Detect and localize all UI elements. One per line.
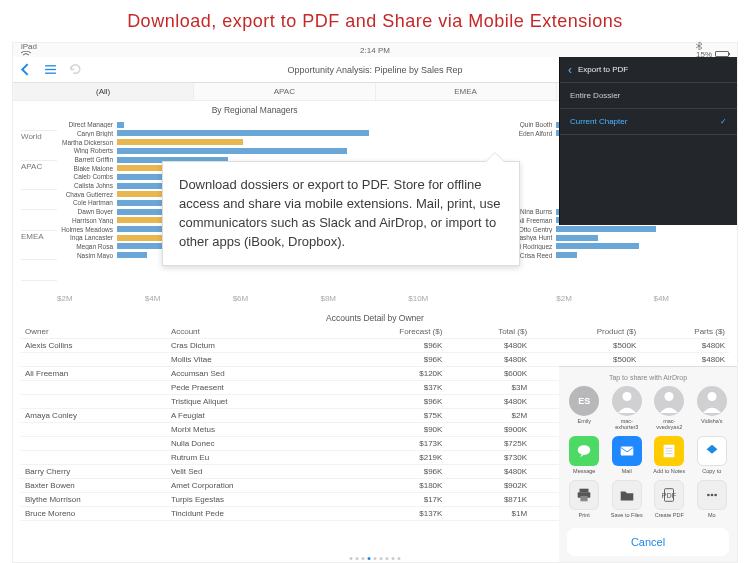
undo-icon[interactable] xyxy=(69,63,82,76)
bar-row: Crisa Reed xyxy=(498,251,729,259)
svg-point-7 xyxy=(707,392,716,401)
page-dots[interactable] xyxy=(350,557,401,560)
contact-name: mac-vvedvyas2 xyxy=(652,418,687,430)
share-action[interactable]: Mo xyxy=(695,480,730,518)
bar-label: Martha Dickerson xyxy=(57,139,117,146)
contact-name: Vidisha's xyxy=(701,418,723,424)
app-icon xyxy=(569,436,599,466)
airdrop-contact[interactable]: Vidisha's xyxy=(695,386,730,430)
bar-label: Inga Lancaster xyxy=(57,234,117,241)
airdrop-caption: Tap to share with AirDrop xyxy=(559,371,737,386)
tab-apac[interactable]: APAC xyxy=(194,83,375,100)
airdrop-contact[interactable]: mac-exhorter3 xyxy=(610,386,645,430)
page-title: Opportunity Analysis: Pipeline by Sales … xyxy=(287,65,462,75)
action-icon xyxy=(569,480,599,510)
bar-row: Martha Dickerson xyxy=(57,138,488,146)
bar-row: Caryn Bright xyxy=(57,130,488,138)
app-name: Mail xyxy=(622,468,632,474)
svg-point-19 xyxy=(707,494,710,497)
share-app[interactable]: Mail xyxy=(610,436,645,474)
bar-label: Quin Booth xyxy=(498,121,556,128)
share-action[interactable]: Print xyxy=(567,480,602,518)
clock: 2:14 PM xyxy=(360,46,390,55)
svg-rect-16 xyxy=(581,496,588,501)
svg-point-6 xyxy=(665,392,674,401)
contact-name: mac-exhorter3 xyxy=(610,418,645,430)
action-icon xyxy=(612,480,642,510)
share-app[interactable]: Add to Notes xyxy=(652,436,687,474)
action-name: Mo xyxy=(708,512,716,518)
airdrop-contact[interactable]: mac-vvedvyas2 xyxy=(652,386,687,430)
check-icon: ✓ xyxy=(720,117,727,126)
export-current[interactable]: Current Chapter ✓ xyxy=(560,109,737,135)
app-name: Add to Notes xyxy=(653,468,685,474)
table-row[interactable]: Alexis CollinsCras Dictum$96K$480K$500K$… xyxy=(21,339,729,353)
bar-label: Megan Rosa xyxy=(57,243,117,250)
action-icon: PDF xyxy=(654,480,684,510)
app-icon xyxy=(654,436,684,466)
bar-label: Caleb Combs xyxy=(57,173,117,180)
bar-label: Wing Roberts xyxy=(57,147,117,154)
svg-rect-14 xyxy=(580,489,589,493)
avatar xyxy=(654,386,684,416)
action-name: Print xyxy=(579,512,590,518)
bluetooth-icon xyxy=(696,42,704,50)
action-name: Create PDF xyxy=(655,512,684,518)
back-icon[interactable] xyxy=(19,63,32,76)
svg-point-5 xyxy=(622,392,631,401)
avatar xyxy=(612,386,642,416)
app-name: Message xyxy=(573,468,595,474)
feature-tooltip: Download dossiers or export to PDF. Stor… xyxy=(162,161,520,266)
popover-title: Export to PDF xyxy=(578,65,628,74)
cancel-button[interactable]: Cancel xyxy=(567,528,729,556)
bar-label: Dawn Boyer xyxy=(57,208,117,215)
popover-back-icon[interactable]: ‹ xyxy=(568,63,572,77)
bar-row: Rafael Rodriguez xyxy=(498,243,729,251)
tab-all[interactable]: (All) xyxy=(13,83,194,100)
svg-rect-1 xyxy=(45,69,56,70)
bar-label: Caryn Bright xyxy=(57,130,117,137)
bar-row: Tashya Hunt xyxy=(498,234,729,242)
toc-icon[interactable] xyxy=(44,63,57,76)
svg-rect-2 xyxy=(45,73,56,74)
bar-label: Cole Hartman xyxy=(57,199,117,206)
svg-point-21 xyxy=(714,494,717,497)
svg-rect-9 xyxy=(620,447,633,456)
action-name: Save to Files xyxy=(611,512,643,518)
svg-text:PDF: PDF xyxy=(662,491,677,500)
promo-heading: Download, export to PDF and Share via Mo… xyxy=(0,0,750,42)
share-action[interactable]: PDFCreate PDF xyxy=(652,480,687,518)
svg-rect-0 xyxy=(45,65,56,66)
bar-label: Calista Johns xyxy=(57,182,117,189)
share-action[interactable]: Save to Files xyxy=(610,480,645,518)
share-sheet: Tap to share with AirDrop ESEmilymac-exh… xyxy=(559,366,737,562)
bar-label: Holmes Meadows xyxy=(57,226,117,233)
table-title: Accounts Detail by Owner xyxy=(21,311,729,325)
share-app[interactable]: Message xyxy=(567,436,602,474)
avatar: ES xyxy=(569,386,599,416)
bar-label: Direct Manager xyxy=(57,121,117,128)
svg-point-20 xyxy=(710,494,713,497)
tab-emea[interactable]: EMEA xyxy=(376,83,557,100)
bar-label: Chava Gutierrez xyxy=(57,191,117,198)
bar-label: Eden Alford xyxy=(498,130,556,137)
chart-title: By Regional Managers xyxy=(21,105,488,117)
ipad-frame: iPad 2:14 PM 15% Opportunity Analysis: P… xyxy=(12,42,738,563)
bar-label: Barrett Griffin xyxy=(57,156,117,163)
svg-point-8 xyxy=(578,445,591,455)
bar-label: Harrison Yang xyxy=(57,217,117,224)
app-icon xyxy=(697,436,727,466)
table-row[interactable]: Mollis Vitae$96K$480K$500K$480K xyxy=(21,353,729,367)
device-label: iPad xyxy=(21,42,39,58)
bar-label: Blake Malone xyxy=(57,165,117,172)
row-group-labels: World APAC EMEA xyxy=(21,121,57,291)
bar-row: Direct Manager xyxy=(57,121,488,129)
app-icon xyxy=(612,436,642,466)
airdrop-contact[interactable]: ESEmily xyxy=(567,386,602,430)
battery-status: 15% xyxy=(696,42,729,59)
share-app[interactable]: Copy to xyxy=(695,436,730,474)
export-entire[interactable]: Entire Dossier xyxy=(560,83,737,109)
bar-row: Otto Gentry xyxy=(498,225,729,233)
statusbar: iPad 2:14 PM 15% xyxy=(13,43,737,57)
bar-row: Wing Roberts xyxy=(57,147,488,155)
